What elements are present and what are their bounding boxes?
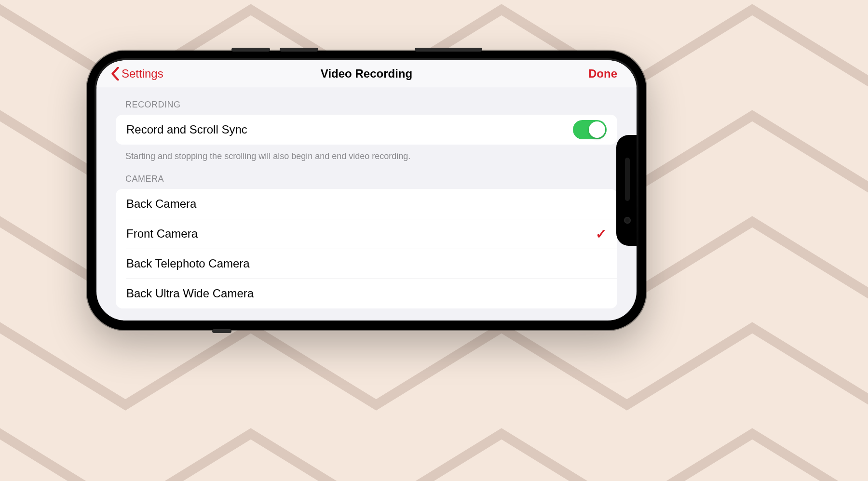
chevron-left-icon (111, 67, 120, 80)
phone-front-camera (624, 217, 631, 224)
section-footer-recording: Starting and stopping the scrolling will… (116, 145, 617, 161)
phone-speaker (625, 158, 630, 201)
record-scroll-sync-row[interactable]: Record and Scroll Sync (116, 115, 617, 145)
settings-content: RECORDING Record and Scroll Sync Startin… (96, 87, 637, 308)
section-header-camera: CAMERA (116, 161, 617, 189)
section-header-recording: RECORDING (116, 87, 617, 115)
camera-option-label: Back Camera (126, 197, 196, 211)
toggle-label: Record and Scroll Sync (126, 123, 247, 136)
phone-button (212, 329, 231, 333)
camera-option-back-telephoto[interactable]: Back Telephoto Camera ✓ (116, 249, 617, 279)
nav-bar: Settings Video Recording Done (96, 60, 637, 87)
page-title: Video Recording (321, 67, 412, 80)
camera-option-back[interactable]: Back Camera ✓ (116, 189, 617, 219)
record-scroll-sync-toggle[interactable] (573, 120, 607, 139)
camera-group: Back Camera ✓ Front Camera ✓ Back Teleph… (116, 189, 617, 308)
camera-option-label: Back Ultra Wide Camera (126, 287, 254, 300)
back-label: Settings (122, 67, 163, 80)
camera-option-front[interactable]: Front Camera ✓ (116, 219, 617, 249)
recording-group: Record and Scroll Sync (116, 115, 617, 145)
checkmark-icon: ✓ (596, 226, 607, 242)
toggle-knob (589, 121, 605, 138)
phone-frame: Settings Video Recording Done RECORDING … (87, 51, 646, 330)
camera-option-label: Front Camera (126, 227, 198, 240)
back-button[interactable]: Settings (111, 67, 163, 80)
camera-option-label: Back Telephoto Camera (126, 257, 250, 270)
phone-button (231, 48, 270, 52)
done-button[interactable]: Done (588, 67, 617, 80)
phone-notch (616, 135, 637, 246)
phone-button (415, 48, 482, 52)
phone-button (280, 48, 318, 52)
camera-option-back-ultrawide[interactable]: Back Ultra Wide Camera ✓ (116, 279, 617, 308)
phone-screen: Settings Video Recording Done RECORDING … (96, 60, 637, 321)
